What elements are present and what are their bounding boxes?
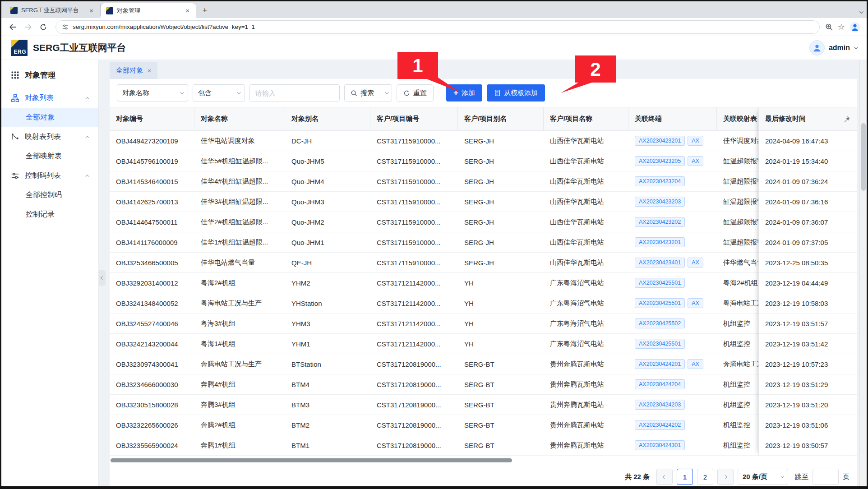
table-row-fixed[interactable]: 2024-01-19 15:34:40 bbox=[759, 151, 857, 171]
filter-operator-select[interactable]: 包含 bbox=[193, 84, 245, 101]
terminal-tag[interactable]: AX20230424204 bbox=[635, 379, 685, 389]
table-row-fixed[interactable]: 2024-01-09 07:37:05 bbox=[759, 232, 857, 253]
table-row-fixed[interactable]: 2024-01-09 07:36:24 bbox=[759, 171, 857, 192]
table-row[interactable]: OBJ3230974300041 奔腾电站工况与生产 BTStation CST… bbox=[110, 354, 758, 374]
terminal-tag[interactable]: AX20230424201 bbox=[635, 359, 685, 369]
terminal-tag[interactable]: AX20230423201 bbox=[635, 136, 685, 146]
pin-icon[interactable] bbox=[843, 115, 850, 123]
table-row[interactable]: OBJ4142625700013 佳华3#机组缸温超限... Quo-JHM3 … bbox=[110, 192, 758, 212]
table-row[interactable]: OBJ3245527400046 粤海3#机组 YHM3 CST31712114… bbox=[110, 314, 758, 334]
table-row[interactable]: OBJ4145796100019 佳华5#机组缸温超限... Quo-JHM5 … bbox=[110, 151, 758, 171]
user-menu[interactable]: admin bbox=[809, 40, 857, 55]
terminal-tag[interactable]: AX20230423204 bbox=[635, 176, 685, 186]
terminal-tag[interactable]: AX20230424203 bbox=[635, 400, 685, 410]
table-row-fixed[interactable]: 2023-12-25 08:50:35 bbox=[759, 253, 857, 273]
close-icon[interactable]: × bbox=[148, 67, 151, 74]
previous-page-button[interactable] bbox=[656, 469, 673, 485]
filter-field-select[interactable]: 对象名称 bbox=[117, 84, 188, 101]
close-icon[interactable]: × bbox=[88, 7, 95, 14]
terminal-tag[interactable]: AX20230425502 bbox=[635, 318, 685, 328]
browser-tab-serg[interactable]: SERG工业互联网平台 × bbox=[5, 5, 101, 16]
url-bar[interactable]: serg.mixyun.com/mixapplication/#/object/… bbox=[55, 20, 820, 34]
table-row-fixed[interactable]: 2023-12-19 03:51:57 bbox=[759, 314, 857, 334]
terminal-tag[interactable]: AX20230425501 bbox=[635, 339, 685, 349]
browser-tab-object-mgmt[interactable]: 对象管理 × bbox=[101, 3, 196, 18]
terminal-tag[interactable]: AX20230425501 bbox=[635, 278, 685, 288]
mapping-list-icon bbox=[11, 133, 19, 141]
table-row-fixed[interactable]: 2023-12-19 03:51:06 bbox=[759, 415, 857, 435]
terminal-tag[interactable]: AX bbox=[688, 156, 703, 166]
search-button[interactable]: 搜索 bbox=[344, 84, 392, 101]
sidebar-item-control-records[interactable]: 控制记录 bbox=[1, 205, 98, 224]
terminal-tag[interactable]: AX20230424301 bbox=[635, 440, 685, 450]
jump-to-input[interactable] bbox=[813, 469, 839, 485]
table-row[interactable]: OBJ3253466500005 佳华电站燃气当量 QE-JH CST31711… bbox=[110, 253, 758, 273]
page-size-select[interactable]: 20 条/页 bbox=[738, 469, 788, 485]
filter-value-input[interactable] bbox=[249, 84, 340, 101]
table-row-fixed[interactable]: 2023-12-19 10:57:23 bbox=[759, 354, 857, 374]
table-row[interactable]: OBJ4141176000009 佳华1#机组缸温超限... Quo-JHM1 … bbox=[110, 232, 758, 253]
sidebar-group-control-code-list[interactable]: 控制码列表 bbox=[1, 166, 98, 185]
back-button[interactable] bbox=[6, 20, 19, 34]
table-row[interactable]: OBJ3241348400052 粤海电站工况与生产 YHStation CST… bbox=[110, 293, 758, 314]
table-row[interactable]: OBJ3230515800028 奔腾3#机组 BTM3 CST31712081… bbox=[110, 395, 758, 415]
next-page-button[interactable] bbox=[717, 469, 734, 485]
table-row-fixed[interactable]: 2023-12-19 03:51:29 bbox=[759, 374, 857, 395]
terminal-tag[interactable]: AX20230425501 bbox=[635, 298, 685, 308]
add-button[interactable]: + 添加 bbox=[446, 84, 482, 101]
filter-operator-value: 包含 bbox=[198, 89, 212, 97]
bookmark-star-icon[interactable]: ☆ bbox=[838, 22, 845, 32]
vertical-scrollbar-thumb[interactable] bbox=[861, 123, 866, 191]
terminal-tag[interactable]: AX20230423205 bbox=[635, 156, 685, 166]
table-row-fixed[interactable]: 2023-12-19 10:58:03 bbox=[759, 293, 857, 314]
sidebar-group-mapping-list[interactable]: 映射表列表 bbox=[1, 127, 98, 147]
terminal-tag[interactable]: AX20230423202 bbox=[635, 217, 685, 227]
table-row[interactable]: OBJ3234666000030 奔腾4#机组 BTM4 CST31712081… bbox=[110, 374, 758, 395]
table-row[interactable]: OBJ3292031400012 粤海2#机组 YHM2 CST31712114… bbox=[110, 273, 758, 293]
table-row[interactable]: OBJ4145346400015 佳华4#机组缸温超限... Quo-JHM4 … bbox=[110, 171, 758, 192]
horizontal-scrollbar-thumb[interactable] bbox=[111, 458, 512, 462]
cell-object-alias: BTM4 bbox=[285, 374, 370, 395]
terminal-tag[interactable]: AX bbox=[688, 136, 703, 146]
new-tab-button[interactable]: + bbox=[199, 5, 211, 16]
add-from-template-button[interactable]: 从模板添加 bbox=[487, 84, 545, 101]
terminal-tag[interactable]: AX20230424202 bbox=[635, 420, 685, 430]
table-row-fixed[interactable]: 2023-12-19 03:50:57 bbox=[759, 435, 857, 456]
terminal-tag[interactable]: AX20230423401 bbox=[635, 258, 685, 268]
reload-button[interactable] bbox=[37, 20, 50, 34]
sidebar-group-object-list[interactable]: 对象列表 bbox=[1, 88, 98, 108]
zoom-icon[interactable] bbox=[825, 23, 833, 31]
table-row-fixed[interactable]: 2024-01-09 07:36:16 bbox=[759, 192, 857, 212]
table-row-fixed[interactable]: 2024-04-09 16:47:43 bbox=[759, 131, 857, 151]
table-row[interactable]: OBJ4494273200109 佳华电站调度对象 DC-JH CST31711… bbox=[110, 131, 758, 151]
table-row[interactable]: OBJ4144647500011 佳华2#机组缸温超限... Quo-JHM2 … bbox=[110, 212, 758, 232]
sidebar-item-label: 控制记录 bbox=[26, 210, 55, 218]
sidebar-item-all-mappings[interactable]: 全部映射表 bbox=[1, 147, 98, 166]
sidebar-item-all-control-codes[interactable]: 全部控制码 bbox=[1, 185, 98, 205]
table-row[interactable]: OBJ3235565900024 奔腾1#机组 BTM1 CST31712081… bbox=[110, 435, 758, 456]
table-row[interactable]: OBJ3232265600026 奔腾2#机组 BTM2 CST31712081… bbox=[110, 415, 758, 435]
table-row-fixed[interactable]: 2023-12-19 03:51:42 bbox=[759, 334, 857, 354]
page-button-2[interactable]: 2 bbox=[697, 469, 713, 485]
sidebar-item-all-objects[interactable]: 全部对象 bbox=[1, 108, 98, 127]
profile-icon[interactable] bbox=[850, 22, 860, 32]
table-row-fixed[interactable]: 2023-12-19 03:51:20 bbox=[759, 395, 857, 415]
reset-button[interactable]: 重置 bbox=[397, 84, 434, 101]
terminal-tag[interactable]: AX bbox=[688, 258, 703, 268]
table-row[interactable]: OBJ3242143200044 粤海1#机组 YHM1 CST31712114… bbox=[110, 334, 758, 354]
table-row-fixed[interactable]: 2023-12-19 04:44:49 bbox=[759, 273, 857, 293]
tab-list-chevron-icon[interactable] bbox=[859, 9, 863, 13]
terminal-tag[interactable]: AX bbox=[688, 298, 703, 308]
close-icon[interactable]: × bbox=[184, 7, 191, 14]
sidebar-collapse-handle[interactable] bbox=[99, 270, 106, 286]
site-settings-icon[interactable] bbox=[62, 24, 69, 30]
page-button-1[interactable]: 1 bbox=[677, 469, 693, 485]
page-tab-all-objects[interactable]: 全部对象 × bbox=[110, 62, 157, 79]
terminal-tag[interactable]: AX20230423201 bbox=[635, 237, 685, 247]
forward-button[interactable] bbox=[21, 20, 35, 34]
cell-mapping: 机组监控 bbox=[717, 435, 758, 456]
terminal-tag[interactable]: AX20230423203 bbox=[635, 197, 685, 207]
terminal-tag[interactable]: AX bbox=[688, 359, 703, 369]
search-options-chevron[interactable] bbox=[380, 85, 392, 101]
table-row-fixed[interactable]: 2024-01-09 07:36:07 bbox=[759, 212, 857, 232]
